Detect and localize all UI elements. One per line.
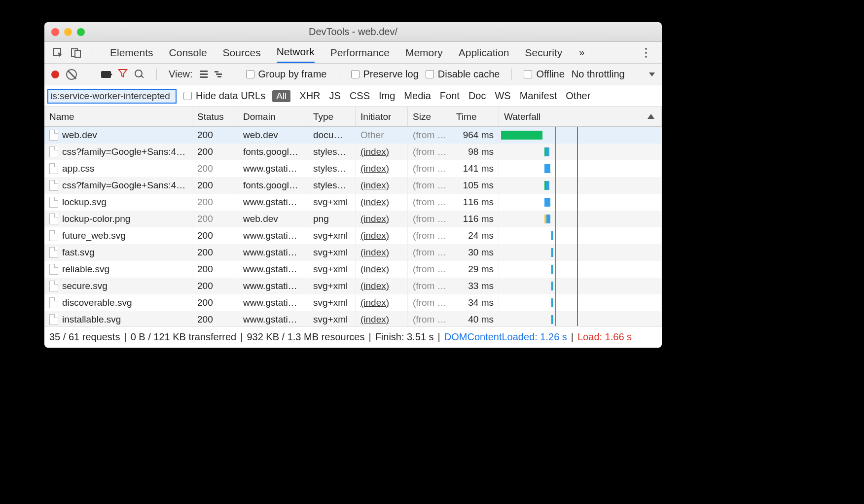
table-row[interactable]: discoverable.svg200www.gstati…svg+xml(in… <box>44 294 662 311</box>
request-waterfall <box>499 211 662 227</box>
request-name: app.css <box>62 163 94 174</box>
filter-type-manifest[interactable]: Manifest <box>520 90 557 102</box>
col-waterfall[interactable]: Waterfall <box>499 107 662 126</box>
network-toolbar: View: Group by frame Preserve log Disabl… <box>44 64 662 85</box>
request-status: 200 <box>192 127 238 144</box>
file-icon <box>49 314 58 325</box>
filter-type-css[interactable]: CSS <box>350 90 370 102</box>
col-size[interactable]: Size <box>408 107 451 126</box>
table-row[interactable]: css?family=Google+Sans:4…200fonts.googl…… <box>44 144 662 160</box>
table-row[interactable]: web.dev200web.devdocu…Other(from …964 ms <box>44 127 662 144</box>
request-time: 98 ms <box>451 144 499 160</box>
request-initiator[interactable]: (index) <box>356 160 408 177</box>
request-initiator[interactable]: (index) <box>356 278 408 294</box>
filter-type-ws[interactable]: WS <box>495 90 510 102</box>
table-row[interactable]: fast.svg200www.gstati…svg+xml(index)(fro… <box>44 244 662 261</box>
sort-icon <box>648 114 654 119</box>
filter-type-all[interactable]: All <box>272 90 290 102</box>
dropdown-icon[interactable] <box>649 72 655 76</box>
tab-sources[interactable]: Sources <box>223 42 261 63</box>
col-initiator[interactable]: Initiator <box>356 107 408 126</box>
request-initiator[interactable]: (index) <box>356 244 408 261</box>
request-time: 24 ms <box>451 227 499 244</box>
request-initiator[interactable]: (index) <box>356 177 408 194</box>
filter-type-font[interactable]: Font <box>440 90 460 102</box>
request-table: web.dev200web.devdocu…Other(from …964 ms… <box>44 127 662 326</box>
record-button[interactable] <box>51 71 59 78</box>
request-type: styles… <box>308 177 356 194</box>
request-time: 40 ms <box>451 311 499 326</box>
search-icon[interactable] <box>135 70 144 79</box>
request-size: (from … <box>408 311 451 326</box>
tab-security[interactable]: Security <box>525 42 562 63</box>
tab-performance[interactable]: Performance <box>330 42 390 63</box>
settings-menu-button[interactable] <box>640 47 652 59</box>
tab-application[interactable]: Application <box>459 42 509 63</box>
tab-memory[interactable]: Memory <box>405 42 443 63</box>
request-size: (from … <box>408 177 451 194</box>
table-row[interactable]: css?family=Google+Sans:4…200fonts.googl…… <box>44 177 662 194</box>
request-size: (from … <box>408 211 451 227</box>
filter-type-js[interactable]: JS <box>329 90 341 102</box>
hide-data-urls-checkbox[interactable]: Hide data URLs <box>183 90 265 102</box>
request-name: web.dev <box>62 130 97 141</box>
status-dcl: DOMContentLoaded: 1.26 s <box>444 331 567 343</box>
filter-input[interactable] <box>47 89 177 104</box>
filter-toggle-icon[interactable] <box>118 68 128 80</box>
tab-network[interactable]: Network <box>277 42 315 63</box>
request-size: (from … <box>408 227 451 244</box>
offline-checkbox[interactable]: Offline <box>524 69 564 80</box>
more-tabs-button[interactable]: » <box>579 42 584 63</box>
col-type[interactable]: Type <box>308 107 356 126</box>
request-status: 200 <box>192 177 238 194</box>
col-name[interactable]: Name <box>44 107 192 126</box>
table-row[interactable]: secure.svg200www.gstati…svg+xml(index)(f… <box>44 278 662 294</box>
preserve-log-checkbox[interactable]: Preserve log <box>351 69 419 80</box>
waterfall-view-icon[interactable] <box>215 71 222 77</box>
status-resources: 932 KB / 1.3 MB resources <box>247 331 364 343</box>
minimize-button[interactable] <box>64 28 72 36</box>
request-initiator[interactable]: (index) <box>356 211 408 227</box>
request-size: (from … <box>408 278 451 294</box>
tab-elements[interactable]: Elements <box>110 42 153 63</box>
request-domain: www.gstati… <box>238 160 308 177</box>
group-by-frame-checkbox[interactable]: Group by frame <box>246 69 327 80</box>
request-initiator[interactable]: (index) <box>356 261 408 278</box>
close-button[interactable] <box>51 28 59 36</box>
request-status: 200 <box>192 227 238 244</box>
request-initiator[interactable]: (index) <box>356 311 408 326</box>
request-initiator[interactable]: (index) <box>356 144 408 160</box>
request-domain: www.gstati… <box>238 194 308 211</box>
inspect-icon[interactable] <box>51 46 65 60</box>
request-initiator[interactable]: (index) <box>356 294 408 311</box>
filter-type-media[interactable]: Media <box>404 90 431 102</box>
request-waterfall <box>499 244 662 261</box>
col-time[interactable]: Time <box>451 107 499 126</box>
zoom-button[interactable] <box>77 28 85 36</box>
col-status[interactable]: Status <box>192 107 238 126</box>
devtools-window: DevTools - web.dev/ ElementsConsoleSourc… <box>44 22 662 348</box>
table-row[interactable]: installable.svg200www.gstati…svg+xml(ind… <box>44 311 662 326</box>
clear-button[interactable] <box>66 69 77 80</box>
table-row[interactable]: reliable.svg200www.gstati…svg+xml(index)… <box>44 261 662 278</box>
disable-cache-checkbox[interactable]: Disable cache <box>426 69 500 80</box>
large-rows-icon[interactable] <box>200 71 208 78</box>
filter-type-doc[interactable]: Doc <box>468 90 486 102</box>
table-row[interactable]: lockup-color.png200web.devpng(index)(fro… <box>44 211 662 227</box>
table-row[interactable]: lockup.svg200www.gstati…svg+xml(index)(f… <box>44 194 662 211</box>
tab-console[interactable]: Console <box>169 42 207 63</box>
filter-type-other[interactable]: Other <box>566 90 590 102</box>
screenshot-icon[interactable] <box>101 71 111 78</box>
table-row[interactable]: future_web.svg200www.gstati…svg+xml(inde… <box>44 227 662 244</box>
filter-type-img[interactable]: Img <box>379 90 395 102</box>
device-mode-icon[interactable] <box>69 46 83 60</box>
status-bar: 35 / 61 requests | 0 B / 121 KB transfer… <box>44 326 662 348</box>
table-row[interactable]: app.css200www.gstati…styles…(index)(from… <box>44 160 662 177</box>
request-initiator: Other <box>356 127 408 144</box>
separator <box>234 69 234 80</box>
col-domain[interactable]: Domain <box>238 107 308 126</box>
throttling-select[interactable]: No throttling <box>572 69 625 80</box>
filter-type-xhr[interactable]: XHR <box>299 90 320 102</box>
request-initiator[interactable]: (index) <box>356 227 408 244</box>
request-initiator[interactable]: (index) <box>356 194 408 211</box>
